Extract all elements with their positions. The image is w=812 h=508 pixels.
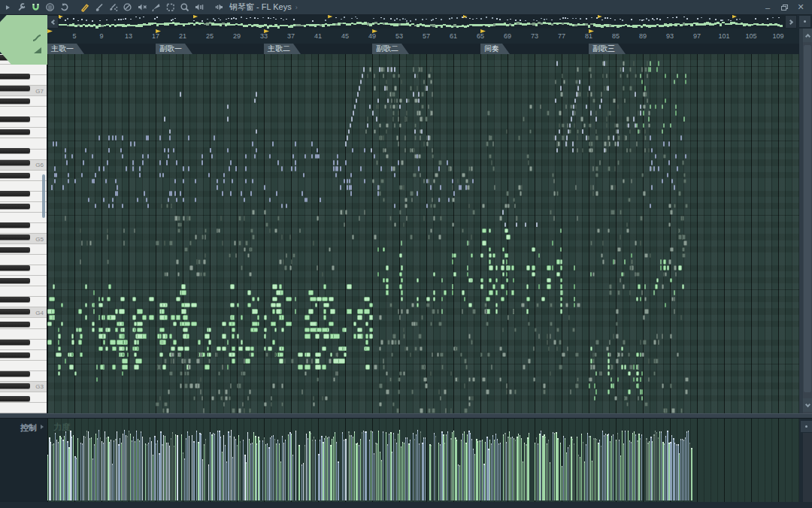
midi-note[interactable] xyxy=(168,154,169,159)
midi-note[interactable] xyxy=(232,352,235,358)
midi-note[interactable] xyxy=(225,389,228,395)
velocity-bar[interactable] xyxy=(689,443,690,500)
midi-note[interactable] xyxy=(628,123,629,129)
midi-note[interactable] xyxy=(406,309,409,314)
velocity-bar[interactable] xyxy=(599,440,600,500)
midi-note[interactable] xyxy=(241,191,242,196)
velocity-bar[interactable] xyxy=(423,437,424,500)
midi-note[interactable] xyxy=(142,160,144,165)
midi-note[interactable] xyxy=(421,315,423,320)
midi-note[interactable] xyxy=(392,104,395,110)
midi-note[interactable] xyxy=(112,198,114,203)
midi-note[interactable] xyxy=(638,364,639,370)
midi-note[interactable] xyxy=(271,402,272,407)
midi-note[interactable] xyxy=(641,173,644,178)
midi-note[interactable] xyxy=(464,408,468,413)
midi-note[interactable] xyxy=(98,303,104,308)
midi-note[interactable] xyxy=(374,234,376,240)
midi-note[interactable] xyxy=(384,148,386,153)
velocity-bar[interactable] xyxy=(172,432,173,500)
midi-note[interactable] xyxy=(168,389,170,395)
velocity-bar[interactable] xyxy=(462,434,463,500)
midi-note[interactable] xyxy=(626,228,630,234)
midi-note[interactable] xyxy=(675,104,677,110)
midi-note[interactable] xyxy=(440,396,441,401)
velocity-bar[interactable] xyxy=(593,438,594,500)
midi-note[interactable] xyxy=(184,322,190,327)
midi-note[interactable] xyxy=(159,328,165,333)
piano-key-black[interactable] xyxy=(0,234,30,240)
midi-note[interactable] xyxy=(607,371,610,376)
midi-note[interactable] xyxy=(359,86,360,91)
velocity-bar[interactable] xyxy=(641,434,642,500)
midi-note[interactable] xyxy=(629,290,631,295)
midi-note[interactable] xyxy=(502,352,506,358)
midi-note[interactable] xyxy=(137,346,138,352)
midi-note[interactable] xyxy=(311,141,313,147)
midi-note[interactable] xyxy=(571,116,572,122)
midi-note[interactable] xyxy=(556,191,559,196)
vertical-scroll-track[interactable] xyxy=(803,44,812,395)
velocity-bar[interactable] xyxy=(378,431,379,500)
midi-note[interactable] xyxy=(58,364,60,370)
midi-note[interactable] xyxy=(169,135,171,141)
midi-note[interactable] xyxy=(264,185,265,190)
piano-key-black[interactable] xyxy=(0,396,30,401)
velocity-bar[interactable] xyxy=(151,441,152,500)
midi-note[interactable] xyxy=(423,216,425,221)
midi-note[interactable] xyxy=(589,377,592,383)
midi-note[interactable] xyxy=(350,191,352,196)
midi-note[interactable] xyxy=(547,340,548,345)
midi-note[interactable] xyxy=(353,334,356,339)
midi-note[interactable] xyxy=(222,364,223,370)
midi-note[interactable] xyxy=(159,396,162,401)
midi-note[interactable] xyxy=(566,135,568,141)
midi-note[interactable] xyxy=(467,240,468,246)
midi-note[interactable] xyxy=(318,154,320,159)
midi-note[interactable] xyxy=(379,383,383,389)
midi-note[interactable] xyxy=(122,322,124,327)
midi-note[interactable] xyxy=(401,278,402,283)
velocity-bar[interactable] xyxy=(613,434,614,500)
midi-note[interactable] xyxy=(333,160,335,165)
midi-note[interactable] xyxy=(88,198,89,203)
velocity-bar[interactable] xyxy=(524,443,525,500)
midi-note[interactable] xyxy=(528,322,530,327)
midi-note[interactable] xyxy=(628,389,631,395)
midi-note[interactable] xyxy=(357,92,359,97)
midi-note[interactable] xyxy=(241,371,243,376)
midi-note[interactable] xyxy=(345,210,347,215)
midi-note[interactable] xyxy=(391,67,392,72)
velocity-bar[interactable] xyxy=(396,443,397,500)
midi-note[interactable] xyxy=(208,328,211,333)
velocity-bar[interactable] xyxy=(671,435,672,500)
midi-note[interactable] xyxy=(374,74,375,79)
midi-note[interactable] xyxy=(611,383,612,389)
midi-note[interactable] xyxy=(629,86,632,91)
midi-note[interactable] xyxy=(364,148,365,153)
midi-note[interactable] xyxy=(556,148,558,153)
midi-note[interactable] xyxy=(471,278,473,283)
magnet-icon[interactable] xyxy=(29,1,43,14)
midi-note[interactable] xyxy=(232,328,235,333)
midi-note[interactable] xyxy=(435,173,438,178)
midi-note[interactable] xyxy=(142,315,147,320)
control-arrow-icon[interactable] xyxy=(41,425,44,429)
midi-note[interactable] xyxy=(323,284,326,289)
midi-note[interactable] xyxy=(376,104,377,110)
velocity-bar[interactable] xyxy=(369,440,370,500)
velocity-bar[interactable] xyxy=(482,440,483,500)
velocity-bar[interactable] xyxy=(554,433,555,500)
midi-note[interactable] xyxy=(640,216,644,221)
midi-note[interactable] xyxy=(196,358,200,364)
midi-note[interactable] xyxy=(386,278,389,283)
midi-note[interactable] xyxy=(653,340,656,345)
midi-note[interactable] xyxy=(623,61,625,66)
midi-note[interactable] xyxy=(492,141,494,147)
midi-note[interactable] xyxy=(650,67,651,72)
midi-note[interactable] xyxy=(269,154,271,159)
midi-note[interactable] xyxy=(683,240,687,246)
midi-note[interactable] xyxy=(81,240,83,246)
midi-note[interactable] xyxy=(425,383,428,389)
midi-note[interactable] xyxy=(93,290,95,295)
